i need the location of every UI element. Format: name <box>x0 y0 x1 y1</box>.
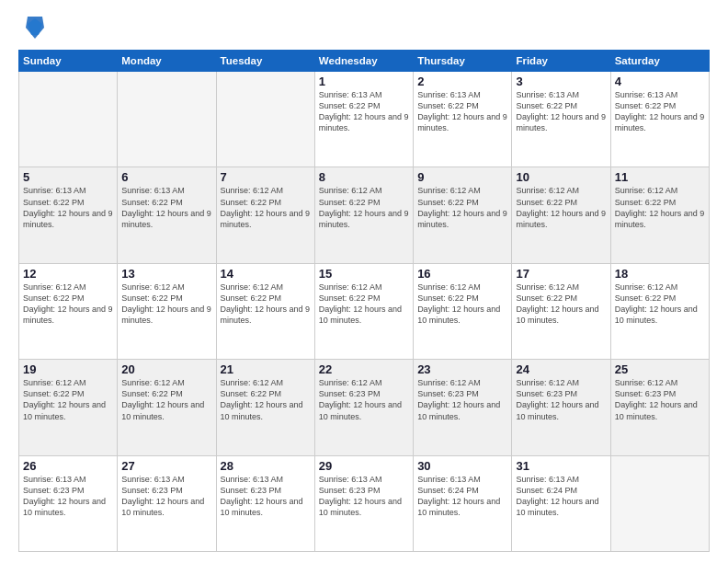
day-info: Sunrise: 6:12 AM Sunset: 6:22 PM Dayligh… <box>516 185 606 230</box>
calendar-cell: 31Sunrise: 6:13 AM Sunset: 6:24 PM Dayli… <box>512 455 610 551</box>
calendar-cell: 6Sunrise: 6:13 AM Sunset: 6:22 PM Daylig… <box>118 167 216 263</box>
calendar-cell: 26Sunrise: 6:13 AM Sunset: 6:23 PM Dayli… <box>19 455 118 551</box>
page: SundayMondayTuesdayWednesdayThursdayFrid… <box>0 0 728 563</box>
day-info: Sunrise: 6:13 AM Sunset: 6:22 PM Dayligh… <box>615 89 705 134</box>
day-number: 12 <box>23 267 113 281</box>
day-number: 5 <box>23 170 113 184</box>
day-info: Sunrise: 6:13 AM Sunset: 6:24 PM Dayligh… <box>417 474 507 519</box>
day-info: Sunrise: 6:12 AM Sunset: 6:22 PM Dayligh… <box>221 185 311 230</box>
calendar-cell: 5Sunrise: 6:13 AM Sunset: 6:22 PM Daylig… <box>19 167 118 263</box>
day-info: Sunrise: 6:12 AM Sunset: 6:22 PM Dayligh… <box>615 282 705 327</box>
day-number: 29 <box>319 459 409 473</box>
day-info: Sunrise: 6:12 AM Sunset: 6:22 PM Dayligh… <box>121 377 211 422</box>
day-info: Sunrise: 6:13 AM Sunset: 6:24 PM Dayligh… <box>516 474 606 519</box>
header <box>18 15 710 40</box>
calendar-cell: 30Sunrise: 6:13 AM Sunset: 6:24 PM Dayli… <box>414 455 512 551</box>
day-number: 27 <box>121 459 211 473</box>
calendar-cell: 23Sunrise: 6:12 AM Sunset: 6:23 PM Dayli… <box>414 360 512 455</box>
day-number: 8 <box>319 170 409 184</box>
weekday-header-friday: Friday <box>512 51 610 72</box>
day-number: 9 <box>417 170 507 184</box>
calendar-cell: 19Sunrise: 6:12 AM Sunset: 6:22 PM Dayli… <box>19 360 118 455</box>
week-row-2: 5Sunrise: 6:13 AM Sunset: 6:22 PM Daylig… <box>19 167 710 263</box>
weekday-header-row: SundayMondayTuesdayWednesdayThursdayFrid… <box>19 51 710 72</box>
day-info: Sunrise: 6:12 AM Sunset: 6:22 PM Dayligh… <box>417 185 507 230</box>
day-info: Sunrise: 6:12 AM Sunset: 6:22 PM Dayligh… <box>417 282 507 327</box>
day-number: 19 <box>23 362 113 376</box>
week-row-5: 26Sunrise: 6:13 AM Sunset: 6:23 PM Dayli… <box>19 455 710 551</box>
day-number: 21 <box>221 362 311 376</box>
day-number: 2 <box>417 75 507 88</box>
weekday-header-tuesday: Tuesday <box>216 51 314 72</box>
day-info: Sunrise: 6:12 AM Sunset: 6:22 PM Dayligh… <box>23 377 113 422</box>
day-number: 4 <box>615 75 705 88</box>
day-info: Sunrise: 6:13 AM Sunset: 6:23 PM Dayligh… <box>319 474 409 519</box>
calendar-cell: 25Sunrise: 6:12 AM Sunset: 6:23 PM Dayli… <box>610 360 709 455</box>
weekday-header-wednesday: Wednesday <box>314 51 413 72</box>
day-info: Sunrise: 6:12 AM Sunset: 6:22 PM Dayligh… <box>121 282 211 327</box>
calendar-cell <box>118 72 216 167</box>
day-info: Sunrise: 6:12 AM Sunset: 6:22 PM Dayligh… <box>23 282 113 327</box>
calendar: SundayMondayTuesdayWednesdayThursdayFrid… <box>18 50 710 552</box>
calendar-cell: 27Sunrise: 6:13 AM Sunset: 6:23 PM Dayli… <box>118 455 216 551</box>
calendar-cell: 21Sunrise: 6:12 AM Sunset: 6:22 PM Dayli… <box>216 360 314 455</box>
day-number: 18 <box>615 267 705 281</box>
calendar-cell: 13Sunrise: 6:12 AM Sunset: 6:22 PM Dayli… <box>118 263 216 359</box>
calendar-cell: 12Sunrise: 6:12 AM Sunset: 6:22 PM Dayli… <box>19 263 118 359</box>
calendar-cell: 18Sunrise: 6:12 AM Sunset: 6:22 PM Dayli… <box>610 263 709 359</box>
calendar-cell: 10Sunrise: 6:12 AM Sunset: 6:22 PM Dayli… <box>512 167 610 263</box>
day-number: 10 <box>516 170 606 184</box>
week-row-3: 12Sunrise: 6:12 AM Sunset: 6:22 PM Dayli… <box>19 263 710 359</box>
calendar-cell: 15Sunrise: 6:12 AM Sunset: 6:22 PM Dayli… <box>314 263 413 359</box>
calendar-cell: 22Sunrise: 6:12 AM Sunset: 6:23 PM Dayli… <box>314 360 413 455</box>
calendar-cell: 4Sunrise: 6:13 AM Sunset: 6:22 PM Daylig… <box>610 72 709 167</box>
day-number: 31 <box>516 459 606 473</box>
calendar-cell <box>610 455 709 551</box>
calendar-cell: 11Sunrise: 6:12 AM Sunset: 6:22 PM Dayli… <box>610 167 709 263</box>
weekday-header-saturday: Saturday <box>610 51 709 72</box>
calendar-cell: 3Sunrise: 6:13 AM Sunset: 6:22 PM Daylig… <box>512 72 610 167</box>
day-info: Sunrise: 6:12 AM Sunset: 6:23 PM Dayligh… <box>516 377 606 422</box>
day-number: 26 <box>23 459 113 473</box>
calendar-cell: 1Sunrise: 6:13 AM Sunset: 6:22 PM Daylig… <box>314 72 413 167</box>
day-number: 30 <box>417 459 507 473</box>
day-number: 28 <box>221 459 311 473</box>
day-info: Sunrise: 6:13 AM Sunset: 6:22 PM Dayligh… <box>319 89 409 134</box>
day-number: 17 <box>516 267 606 281</box>
calendar-cell: 16Sunrise: 6:12 AM Sunset: 6:22 PM Dayli… <box>414 263 512 359</box>
calendar-cell: 14Sunrise: 6:12 AM Sunset: 6:22 PM Dayli… <box>216 263 314 359</box>
calendar-cell: 24Sunrise: 6:12 AM Sunset: 6:23 PM Dayli… <box>512 360 610 455</box>
calendar-cell: 20Sunrise: 6:12 AM Sunset: 6:22 PM Dayli… <box>118 360 216 455</box>
day-info: Sunrise: 6:12 AM Sunset: 6:22 PM Dayligh… <box>516 282 606 327</box>
calendar-cell: 29Sunrise: 6:13 AM Sunset: 6:23 PM Dayli… <box>314 455 413 551</box>
day-info: Sunrise: 6:13 AM Sunset: 6:22 PM Dayligh… <box>121 185 211 230</box>
calendar-cell: 8Sunrise: 6:12 AM Sunset: 6:22 PM Daylig… <box>314 167 413 263</box>
day-info: Sunrise: 6:12 AM Sunset: 6:22 PM Dayligh… <box>319 282 409 327</box>
day-number: 24 <box>516 362 606 376</box>
day-info: Sunrise: 6:12 AM Sunset: 6:23 PM Dayligh… <box>615 377 705 422</box>
day-info: Sunrise: 6:13 AM Sunset: 6:22 PM Dayligh… <box>417 89 507 134</box>
day-info: Sunrise: 6:13 AM Sunset: 6:23 PM Dayligh… <box>221 474 311 519</box>
calendar-cell <box>216 72 314 167</box>
calendar-cell: 17Sunrise: 6:12 AM Sunset: 6:22 PM Dayli… <box>512 263 610 359</box>
day-info: Sunrise: 6:13 AM Sunset: 6:23 PM Dayligh… <box>121 474 211 519</box>
day-number: 20 <box>121 362 211 376</box>
day-number: 6 <box>121 170 211 184</box>
day-info: Sunrise: 6:12 AM Sunset: 6:22 PM Dayligh… <box>221 377 311 422</box>
day-info: Sunrise: 6:12 AM Sunset: 6:23 PM Dayligh… <box>319 377 409 422</box>
weekday-header-thursday: Thursday <box>414 51 512 72</box>
week-row-1: 1Sunrise: 6:13 AM Sunset: 6:22 PM Daylig… <box>19 72 710 167</box>
day-number: 11 <box>615 170 705 184</box>
calendar-cell: 7Sunrise: 6:12 AM Sunset: 6:22 PM Daylig… <box>216 167 314 263</box>
day-info: Sunrise: 6:12 AM Sunset: 6:23 PM Dayligh… <box>417 377 507 422</box>
day-info: Sunrise: 6:12 AM Sunset: 6:22 PM Dayligh… <box>221 282 311 327</box>
day-info: Sunrise: 6:13 AM Sunset: 6:22 PM Dayligh… <box>23 185 113 230</box>
day-number: 16 <box>417 267 507 281</box>
logo-icon <box>24 15 46 40</box>
weekday-header-sunday: Sunday <box>19 51 118 72</box>
day-info: Sunrise: 6:13 AM Sunset: 6:22 PM Dayligh… <box>516 89 606 134</box>
week-row-4: 19Sunrise: 6:12 AM Sunset: 6:22 PM Dayli… <box>19 360 710 455</box>
weekday-header-monday: Monday <box>118 51 216 72</box>
day-number: 13 <box>121 267 211 281</box>
calendar-cell: 28Sunrise: 6:13 AM Sunset: 6:23 PM Dayli… <box>216 455 314 551</box>
